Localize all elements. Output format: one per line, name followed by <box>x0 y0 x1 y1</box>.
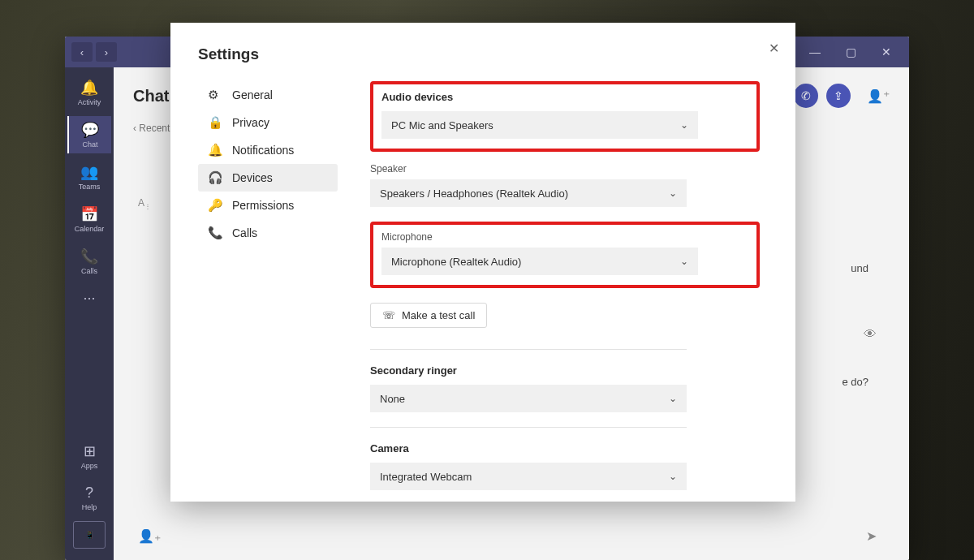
chevron-down-icon: ⌄ <box>680 119 688 131</box>
people-icon: 👥 <box>67 163 111 181</box>
sidebar-item-calendar[interactable]: 📅 Calendar <box>67 200 111 238</box>
help-icon: ? <box>67 485 111 502</box>
camera-select[interactable]: Integrated Webcam ⌄ <box>370 463 687 490</box>
phone-icon: 📞 <box>208 226 222 240</box>
share-button[interactable]: ⇪ <box>826 84 851 108</box>
more-icon: ··· <box>67 290 111 307</box>
sidebar-label: Calendar <box>75 225 105 233</box>
sidebar-item-activity[interactable]: 🔔 Activity <box>67 74 111 111</box>
divider <box>370 427 687 428</box>
settings-modal: ✕ Settings ⚙ General 🔒 Privacy 🔔 Notific… <box>170 23 795 502</box>
microphone-select[interactable]: Microphone (Realtek Audio) ⌄ <box>381 248 698 275</box>
nav-forward-button[interactable]: › <box>96 42 117 62</box>
chevron-down-icon: ⌄ <box>669 393 677 404</box>
key-icon: 🔑 <box>208 198 222 213</box>
secondary-ringer-select[interactable]: None ⌄ <box>370 385 687 412</box>
chat-icon: 💬 <box>69 121 111 139</box>
speaker-label: Speaker <box>370 163 760 174</box>
select-value: Integrated Webcam <box>380 471 472 483</box>
chevron-down-icon: ⌄ <box>669 471 677 482</box>
sidebar-item-device[interactable]: 📱 <box>73 521 106 549</box>
window-close-button[interactable]: ✕ <box>870 42 903 62</box>
settings-nav-general[interactable]: ⚙ General <box>198 81 338 109</box>
settings-nav-label: Permissions <box>232 199 294 212</box>
nav-back-button[interactable]: ‹ <box>71 42 93 62</box>
lock-icon: 🔒 <box>208 115 222 130</box>
select-value: PC Mic and Speakers <box>391 119 493 131</box>
settings-nav-privacy[interactable]: 🔒 Privacy <box>198 109 338 136</box>
sidebar-item-more[interactable]: ··· <box>67 285 111 313</box>
secondary-ringer-label: Secondary ringer <box>370 364 760 377</box>
highlight-audio-devices: Audio devices PC Mic and Speakers ⌄ <box>370 81 760 152</box>
format-icon[interactable]: A⋮ <box>138 197 151 210</box>
sidebar-label: Apps <box>81 462 98 470</box>
settings-nav-label: Notifications <box>232 144 294 157</box>
bell-icon: 🔔 <box>67 79 111 97</box>
visibility-icon[interactable]: 👁 <box>864 327 877 342</box>
send-icon[interactable]: ➤ <box>866 528 877 544</box>
mobile-icon: 📱 <box>85 531 94 539</box>
test-call-icon: ☏ <box>382 309 395 321</box>
window-maximize-button[interactable]: ▢ <box>834 42 867 62</box>
add-people-icon[interactable]: 👤⁺ <box>867 88 890 104</box>
sidebar-item-chat[interactable]: 💬 Chat <box>67 116 111 153</box>
settings-nav-devices[interactable]: 🎧 Devices <box>198 164 338 192</box>
phone-icon: ✆ <box>801 89 811 102</box>
settings-nav-calls[interactable]: 📞 Calls <box>198 219 338 247</box>
gear-icon: ⚙ <box>208 88 222 102</box>
settings-nav-permissions[interactable]: 🔑 Permissions <box>198 192 338 219</box>
settings-nav-label: Privacy <box>232 116 269 129</box>
select-value: Microphone (Realtek Audio) <box>391 256 521 268</box>
settings-nav-label: Calls <box>232 226 257 239</box>
sidebar-label: Chat <box>82 140 97 149</box>
call-button[interactable]: ✆ <box>794 84 818 108</box>
window-minimize-button[interactable]: — <box>799 42 831 62</box>
select-value: Speakers / Headphones (Realtek Audio) <box>380 187 568 200</box>
headset-icon: 🎧 <box>208 170 222 185</box>
phone-icon: 📞 <box>67 248 111 265</box>
chevron-down-icon: ⌄ <box>669 187 677 199</box>
sidebar-label: Activity <box>78 98 101 106</box>
audio-devices-label: Audio devices <box>381 91 748 103</box>
page-title: Chat <box>133 87 169 106</box>
sidebar: 🔔 Activity 💬 Chat 👥 Teams 📅 Calendar 📞 C… <box>65 67 114 560</box>
bell-icon: 🔔 <box>208 143 222 157</box>
calendar-icon: 📅 <box>67 205 111 223</box>
audio-devices-select[interactable]: PC Mic and Speakers ⌄ <box>381 111 698 139</box>
modal-close-button[interactable]: ✕ <box>769 41 779 56</box>
partial-text: und <box>851 262 868 274</box>
share-icon: ⇪ <box>834 89 843 102</box>
apps-icon: ⊞ <box>67 442 111 460</box>
sidebar-item-calls[interactable]: 📞 Calls <box>67 243 111 280</box>
button-label: Make a test call <box>402 309 475 321</box>
settings-panel: Audio devices PC Mic and Speakers ⌄ Spea… <box>370 81 768 502</box>
speaker-select[interactable]: Speakers / Headphones (Realtek Audio) ⌄ <box>370 179 687 207</box>
sidebar-item-teams[interactable]: 👥 Teams <box>67 158 111 196</box>
settings-nav: ⚙ General 🔒 Privacy 🔔 Notifications 🎧 De… <box>198 81 338 502</box>
make-test-call-button[interactable]: ☏ Make a test call <box>370 303 487 328</box>
select-value: None <box>380 393 405 405</box>
settings-nav-label: General <box>232 88 273 101</box>
microphone-label: Microphone <box>381 231 748 243</box>
divider <box>370 349 687 350</box>
settings-nav-label: Devices <box>232 171 273 184</box>
modal-title: Settings <box>198 45 768 63</box>
sidebar-label: Calls <box>81 267 97 275</box>
highlight-microphone: Microphone Microphone (Realtek Audio) ⌄ <box>370 222 760 288</box>
sidebar-label: Teams <box>79 183 101 191</box>
sidebar-item-help[interactable]: ? Help <box>67 480 111 516</box>
camera-label: Camera <box>370 442 760 454</box>
chevron-down-icon: ⌄ <box>680 256 688 267</box>
partial-text: e do? <box>842 376 868 388</box>
sidebar-item-apps[interactable]: ⊞ Apps <box>67 437 111 475</box>
add-person-icon[interactable]: 👤₊ <box>138 528 161 544</box>
sidebar-label: Help <box>82 503 97 511</box>
settings-nav-notifications[interactable]: 🔔 Notifications <box>198 136 338 164</box>
